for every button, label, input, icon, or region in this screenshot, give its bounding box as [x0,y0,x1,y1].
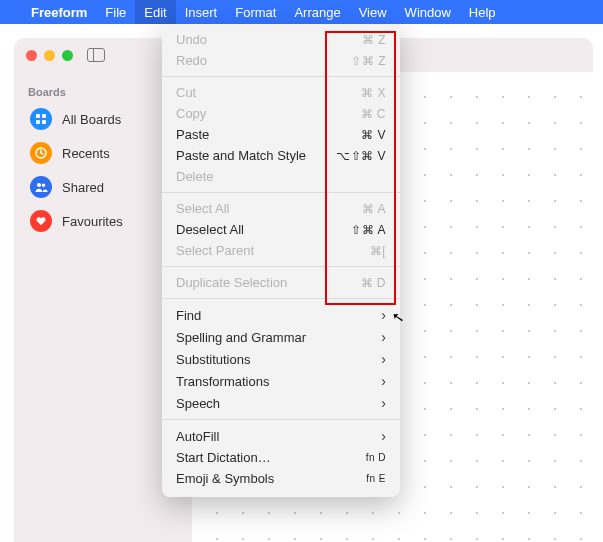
menu-item-label: Delete [176,169,214,184]
menubar-item-edit[interactable]: Edit [135,0,175,24]
menubar-item-view[interactable]: View [350,0,396,24]
menu-item-label: Paste [176,127,209,142]
window-controls [26,50,73,61]
menu-item: Select All⌘ A [162,198,400,219]
menu-item-shortcut: ⌘ A [362,202,386,216]
menu-item-label: Select All [176,201,229,216]
menu-item: Copy⌘ C [162,103,400,124]
clock-circle-icon [30,142,52,164]
menubar-item-file[interactable]: File [96,0,135,24]
grid-circle-icon [30,108,52,130]
menu-item-shortcut: ⇧⌘ Z [351,54,386,68]
menu-item-label: Select Parent [176,243,254,258]
menu-item[interactable]: Transformations› [162,370,400,392]
chevron-right-icon: › [381,395,386,411]
menu-item[interactable]: Paste and Match Style⌥⇧⌘ V [162,145,400,166]
menu-item-label: Paste and Match Style [176,148,306,163]
chevron-right-icon: › [381,351,386,367]
sidebar-item-favourites[interactable]: Favourites [24,204,182,238]
menubar-item-help[interactable]: Help [460,0,505,24]
menu-item[interactable]: Start Dictation…fn D [162,447,400,468]
menu-item: Redo⇧⌘ Z [162,50,400,71]
menu-item-label: Start Dictation… [176,450,271,465]
menubar-app-name[interactable]: Freeform [22,0,96,24]
menu-item-label: Redo [176,53,207,68]
menu-item-shortcut: ⌘ V [361,128,386,142]
menu-item-shortcut: ⌘ Z [362,33,386,47]
sidebar-header: Boards [28,86,182,98]
svg-rect-2 [36,120,40,124]
menu-item-label: Duplicate Selection [176,275,287,290]
menu-item-shortcut: ⌘ X [361,86,386,100]
menubar-item-format[interactable]: Format [226,0,285,24]
menu-item-shortcut: ⌘ C [361,107,387,121]
menu-item-label: Speech [176,396,220,411]
menu-item: Select Parent⌘[ [162,240,400,261]
sidebar-item-label: Favourites [62,214,123,229]
menubar: Freeform File Edit Insert Format Arrange… [0,0,603,24]
menu-item-label: AutoFill [176,429,219,444]
menu-item-label: Copy [176,106,206,121]
menu-item[interactable]: AutoFill› [162,425,400,447]
chevron-right-icon: › [381,428,386,444]
menubar-item-arrange[interactable]: Arrange [285,0,349,24]
menu-item-label: Emoji & Symbols [176,471,274,486]
sidebar-toggle-icon[interactable] [87,48,105,62]
edit-menu-dropdown: Undo⌘ ZRedo⇧⌘ ZCut⌘ XCopy⌘ CPaste⌘ VPast… [162,24,400,497]
menu-item: Duplicate Selection⌘ D [162,272,400,293]
menu-item-shortcut: fn E [366,473,386,484]
menu-separator [162,192,400,193]
chevron-right-icon: › [381,329,386,345]
minimize-window-button[interactable] [44,50,55,61]
menu-item-shortcut: ⇧⌘ A [351,223,386,237]
menu-item: Cut⌘ X [162,82,400,103]
menu-item-label: Transformations [176,374,269,389]
svg-rect-3 [42,120,46,124]
close-window-button[interactable] [26,50,37,61]
menu-item-label: Find [176,308,201,323]
people-circle-icon [30,176,52,198]
sidebar-item-label: Recents [62,146,110,161]
menu-item-label: Cut [176,85,196,100]
menubar-item-window[interactable]: Window [396,0,460,24]
menu-item-shortcut: ⌥⇧⌘ V [336,149,386,163]
menu-item[interactable]: Paste⌘ V [162,124,400,145]
menu-item-label: Undo [176,32,207,47]
sidebar-item-shared[interactable]: Shared [24,170,182,204]
menubar-item-insert[interactable]: Insert [176,0,227,24]
menu-item-shortcut: ⌘[ [370,244,386,258]
menu-separator [162,76,400,77]
menu-item[interactable]: Find› [162,304,400,326]
svg-rect-0 [36,114,40,118]
svg-rect-1 [42,114,46,118]
svg-point-6 [42,184,45,187]
menu-item-label: Deselect All [176,222,244,237]
menu-item[interactable]: Deselect All⇧⌘ A [162,219,400,240]
svg-point-5 [37,183,41,187]
heart-circle-icon [30,210,52,232]
menu-item: Undo⌘ Z [162,29,400,50]
menu-item[interactable]: Speech› [162,392,400,414]
sidebar-item-label: All Boards [62,112,121,127]
sidebar-item-label: Shared [62,180,104,195]
menu-item-shortcut: fn D [366,452,386,463]
chevron-right-icon: › [381,373,386,389]
fullscreen-window-button[interactable] [62,50,73,61]
sidebar-item-recents[interactable]: Recents [24,136,182,170]
sidebar-item-all-boards[interactable]: All Boards [24,102,182,136]
menu-item[interactable]: Spelling and Grammar› [162,326,400,348]
menu-separator [162,419,400,420]
menu-item-label: Substitutions [176,352,250,367]
menu-item-shortcut: ⌘ D [361,276,387,290]
menu-item[interactable]: Substitutions› [162,348,400,370]
menu-item: Delete [162,166,400,187]
chevron-right-icon: › [381,307,386,323]
menu-separator [162,298,400,299]
menu-item[interactable]: Emoji & Symbolsfn E [162,468,400,489]
menu-separator [162,266,400,267]
menu-item-label: Spelling and Grammar [176,330,306,345]
